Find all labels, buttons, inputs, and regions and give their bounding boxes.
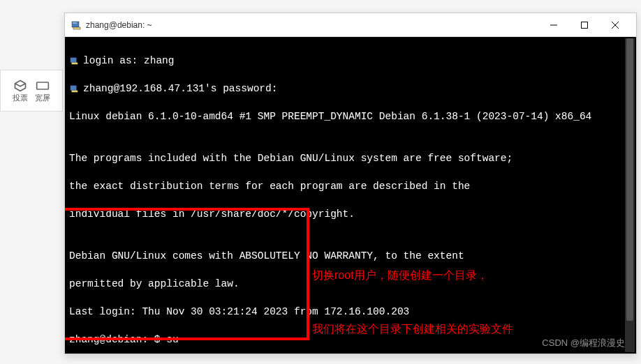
putty-icon [69, 84, 79, 93]
vote-label: 投票 [13, 93, 28, 103]
annotation-box [65, 208, 309, 340]
title-bar[interactable]: zhang@debian: ~ [65, 13, 636, 37]
minimize-icon [550, 22, 557, 29]
terminal-line: login as: zhang [83, 54, 175, 68]
terminal-line: zhang@192.168.47.131's password: [83, 82, 277, 96]
close-icon [612, 22, 619, 29]
vote-button[interactable]: 投票 [13, 79, 28, 103]
terminal-line: Last login: Thu Nov 30 03:21:24 2023 fro… [69, 305, 632, 319]
scrollbar-vertical[interactable] [625, 38, 635, 352]
svg-rect-5 [582, 22, 588, 28]
svg-rect-9 [72, 63, 78, 65]
side-toolbar: 投票 宽屏 [0, 70, 63, 112]
terminal-line: the exact distribution terms for each pr… [69, 179, 632, 193]
terminal-line: permitted by applicable law. [69, 277, 632, 291]
svg-rect-2 [73, 27, 80, 29]
widescreen-icon [36, 79, 50, 93]
widescreen-button[interactable]: 宽屏 [35, 79, 50, 103]
svg-rect-11 [72, 91, 78, 93]
svg-rect-1 [72, 22, 79, 27]
putty-icon [69, 56, 79, 66]
window-controls [538, 15, 631, 36]
close-button[interactable] [600, 15, 631, 36]
scrollbar-thumb[interactable] [626, 38, 633, 321]
terminal-body[interactable]: login as: zhang zhang@192.168.47.131's p… [65, 37, 636, 354]
svg-rect-8 [71, 58, 77, 63]
vote-icon [13, 79, 27, 93]
widescreen-label: 宽屏 [35, 93, 50, 103]
putty-icon [71, 20, 82, 31]
watermark: CSDN @编程浪漫史 [542, 337, 625, 349]
svg-rect-10 [71, 86, 77, 91]
terminal-line: The programs included with the Debian GN… [69, 151, 632, 165]
terminal-window: zhang@debian: ~ login as: zhang zhang@19… [64, 13, 637, 354]
terminal-line: Debian GNU/Linux comes with ABSOLUTELY N… [69, 249, 632, 263]
terminal-line: Linux debian 6.1.0-10-amd64 #1 SMP PREEM… [69, 109, 632, 123]
window-title: zhang@debian: ~ [86, 20, 538, 30]
svg-rect-0 [37, 82, 49, 89]
maximize-icon [581, 22, 588, 29]
terminal-line: individual files in /usr/share/doc/*/cop… [69, 207, 632, 221]
minimize-button[interactable] [538, 15, 569, 36]
maximize-button[interactable] [569, 15, 600, 36]
